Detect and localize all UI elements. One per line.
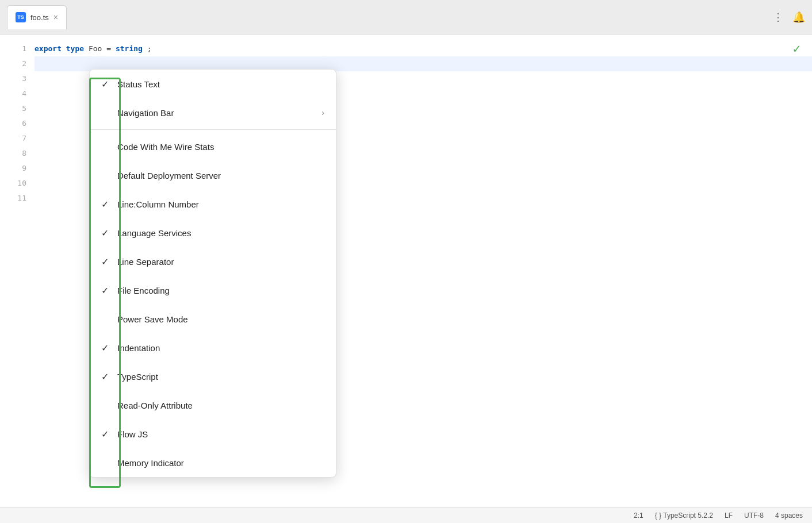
menu-label-file-encoding: File Encoding bbox=[117, 286, 324, 295]
line-number: 5 bbox=[0, 101, 26, 116]
line-number: 6 bbox=[0, 116, 26, 131]
line-number: 11 bbox=[0, 191, 26, 206]
menu-item-typescript[interactable]: ✓ TypeScript bbox=[90, 362, 336, 391]
menu-label-typescript: TypeScript bbox=[117, 372, 324, 382]
menu-item-read-only[interactable]: Read-Only Attribute bbox=[90, 391, 336, 420]
menu-item-file-encoding[interactable]: ✓ File Encoding bbox=[90, 276, 336, 305]
line-number: 1 bbox=[0, 41, 26, 56]
status-bar: 2:1 { } TypeScript 5.2.2 LF UTF-8 4 spac… bbox=[0, 507, 812, 523]
context-menu: ✓ Status Text Navigation Bar › Code With… bbox=[89, 69, 336, 478]
check-icon-language-services: ✓ bbox=[101, 228, 117, 239]
line-number: 3 bbox=[0, 71, 26, 86]
line-number: 4 bbox=[0, 86, 26, 101]
check-icon-file-encoding: ✓ bbox=[101, 285, 117, 296]
menu-item-power-save-mode[interactable]: Power Save Mode bbox=[90, 305, 336, 333]
tab-bar-actions: ⋮ 🔔 bbox=[773, 11, 805, 24]
submenu-arrow-icon: › bbox=[321, 108, 324, 117]
tab-bar: TS foo.ts × ⋮ 🔔 bbox=[0, 0, 812, 34]
check-icon-indentation: ✓ bbox=[101, 343, 117, 353]
menu-item-line-separator[interactable]: ✓ Line Separator bbox=[90, 247, 336, 276]
check-icon-flow-js: ✓ bbox=[101, 429, 117, 440]
code-line-1: export type Foo = string ; bbox=[35, 41, 812, 56]
menu-item-language-services[interactable]: ✓ Language Services bbox=[90, 218, 336, 247]
checkmark-icon: ✓ bbox=[793, 41, 800, 56]
check-icon-line-separator: ✓ bbox=[101, 256, 117, 267]
line-number: 2 bbox=[0, 56, 26, 71]
indent-status[interactable]: 4 spaces bbox=[775, 512, 803, 520]
cursor-position[interactable]: 2:1 bbox=[634, 512, 644, 520]
notifications-button[interactable]: 🔔 bbox=[792, 11, 805, 24]
check-icon-typescript: ✓ bbox=[101, 371, 117, 382]
identifier-foo: Foo bbox=[89, 44, 102, 53]
menu-label-indentation: Indentation bbox=[117, 343, 324, 353]
menu-item-default-deployment[interactable]: Default Deployment Server bbox=[90, 161, 336, 190]
keyword-type: type bbox=[66, 44, 84, 53]
check-icon-status-text: ✓ bbox=[101, 79, 117, 90]
tab-file-icon: TS bbox=[16, 12, 26, 22]
menu-divider-1 bbox=[90, 129, 336, 130]
menu-label-navigation-bar: Navigation Bar bbox=[117, 108, 321, 118]
line-number: 8 bbox=[0, 146, 26, 161]
menu-item-code-with-me[interactable]: Code With Me Wire Stats bbox=[90, 132, 336, 161]
line-number: 9 bbox=[0, 161, 26, 176]
file-tab[interactable]: TS foo.ts × bbox=[7, 5, 67, 29]
encoding-status[interactable]: UTF-8 bbox=[744, 512, 764, 520]
menu-label-line-column: Line:Column Number bbox=[117, 199, 324, 209]
menu-item-line-column[interactable]: ✓ Line:Column Number bbox=[90, 190, 336, 218]
menu-label-status-text: Status Text bbox=[117, 79, 324, 89]
menu-item-indentation[interactable]: ✓ Indentation bbox=[90, 333, 336, 362]
tab-close-button[interactable]: × bbox=[53, 13, 58, 21]
menu-label-line-separator: Line Separator bbox=[117, 257, 324, 267]
menu-item-status-text[interactable]: ✓ Status Text bbox=[90, 70, 336, 98]
line-number: 10 bbox=[0, 176, 26, 191]
language-status[interactable]: { } TypeScript 5.2.2 bbox=[655, 512, 713, 520]
menu-item-navigation-bar[interactable]: Navigation Bar › bbox=[90, 98, 336, 127]
check-icon-line-column: ✓ bbox=[101, 199, 117, 210]
menu-label-memory-indicator: Memory Indicator bbox=[117, 458, 324, 468]
keyword-string: string bbox=[116, 44, 143, 53]
menu-label-flow-js: Flow JS bbox=[117, 429, 324, 439]
line-number: 7 bbox=[0, 131, 26, 146]
tab-filename: foo.ts bbox=[30, 13, 49, 22]
menu-label-read-only: Read-Only Attribute bbox=[117, 401, 324, 410]
menu-label-power-save-mode: Power Save Mode bbox=[117, 314, 324, 324]
menu-label-default-deployment: Default Deployment Server bbox=[117, 171, 324, 180]
menu-item-flow-js[interactable]: ✓ Flow JS bbox=[90, 420, 336, 448]
menu-label-code-with-me: Code With Me Wire Stats bbox=[117, 142, 324, 152]
line-numbers: 1 2 3 4 5 6 7 8 9 10 11 bbox=[0, 34, 35, 523]
more-options-button[interactable]: ⋮ bbox=[773, 11, 783, 24]
keyword-export: export bbox=[35, 44, 62, 53]
menu-item-memory-indicator[interactable]: Memory Indicator bbox=[90, 448, 336, 477]
menu-label-language-services: Language Services bbox=[117, 228, 324, 238]
line-ending-status[interactable]: LF bbox=[725, 512, 733, 520]
